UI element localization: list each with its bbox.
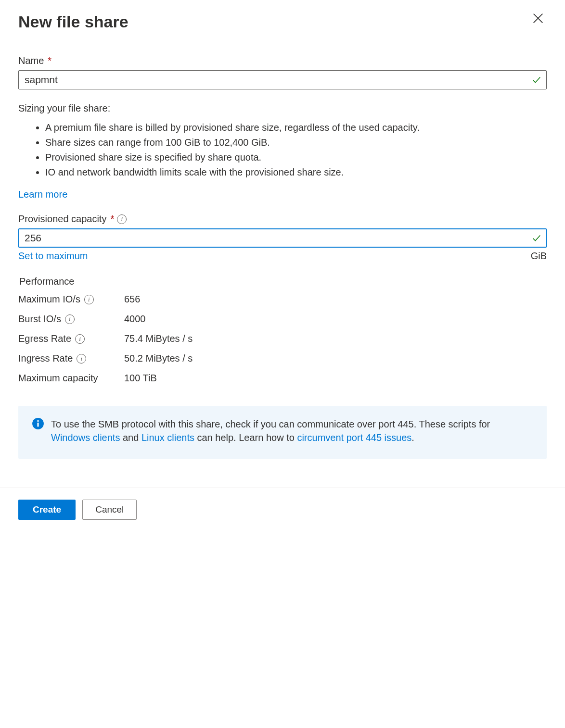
svg-point-3 bbox=[37, 420, 39, 422]
create-button[interactable]: Create bbox=[18, 500, 76, 520]
close-icon[interactable] bbox=[531, 12, 545, 25]
perf-row-burst-io: Burst IO/s i 4000 bbox=[18, 314, 547, 325]
info-icon[interactable]: i bbox=[65, 314, 75, 324]
name-label: Name* bbox=[18, 55, 547, 66]
info-notice: To use the SMB protocol with this share,… bbox=[18, 406, 547, 459]
page-title: New file share bbox=[18, 13, 547, 31]
perf-row-egress: Egress Rate i 75.4 MiBytes / s bbox=[18, 333, 547, 344]
perf-row-max-capacity: Maximum capacity 100 TiB bbox=[18, 373, 547, 384]
info-icon[interactable]: i bbox=[75, 334, 85, 344]
list-item: Provisioned share size is specified by s… bbox=[45, 151, 547, 164]
info-icon[interactable]: i bbox=[84, 295, 94, 304]
info-circle-icon bbox=[32, 417, 44, 430]
capacity-unit: GiB bbox=[531, 251, 547, 262]
capacity-label: Provisioned capacity* i bbox=[18, 213, 547, 225]
windows-clients-link[interactable]: Windows clients bbox=[51, 432, 120, 443]
checkmark-icon bbox=[531, 75, 542, 85]
list-item: Share sizes can range from 100 GiB to 10… bbox=[45, 136, 547, 150]
performance-heading: Performance bbox=[19, 276, 547, 287]
cancel-button[interactable]: Cancel bbox=[82, 500, 137, 520]
info-icon[interactable]: i bbox=[117, 214, 127, 224]
sizing-heading: Sizing your file share: bbox=[18, 103, 547, 114]
perf-row-ingress: Ingress Rate i 50.2 MiBytes / s bbox=[18, 353, 547, 364]
perf-row-max-io: Maximum IO/s i 656 bbox=[18, 294, 547, 305]
provisioned-capacity-input[interactable] bbox=[18, 228, 547, 248]
sizing-list: A premium file share is billed by provis… bbox=[18, 121, 547, 179]
set-to-maximum-link[interactable]: Set to maximum bbox=[18, 251, 88, 262]
linux-clients-link[interactable]: Linux clients bbox=[141, 432, 194, 443]
name-input[interactable] bbox=[18, 70, 547, 89]
list-item: A premium file share is billed by provis… bbox=[45, 121, 547, 135]
circumvent-445-link[interactable]: circumvent port 445 issues bbox=[297, 432, 411, 443]
svg-rect-4 bbox=[37, 423, 39, 427]
checkmark-icon bbox=[531, 233, 542, 243]
list-item: IO and network bandwidth limits scale wi… bbox=[45, 165, 547, 179]
learn-more-link[interactable]: Learn more bbox=[18, 189, 67, 200]
info-icon[interactable]: i bbox=[77, 354, 86, 364]
